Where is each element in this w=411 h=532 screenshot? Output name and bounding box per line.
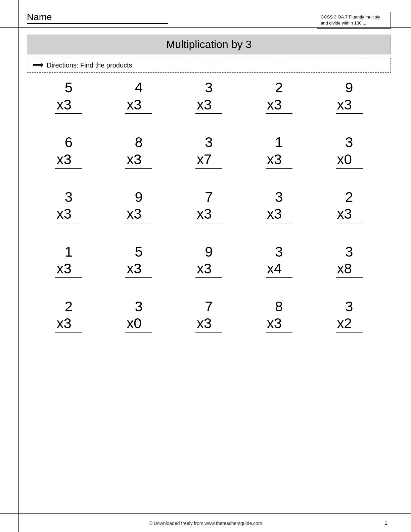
multiplicand: 3 [205,79,213,96]
problem-5-2: 3 x0 [112,298,166,333]
multiplicand: 9 [205,243,213,260]
multiplicand: 3 [205,134,213,151]
multiplier: x3 [336,96,363,114]
multiplicand: 1 [275,134,283,151]
multiplier: x3 [55,206,82,223]
problem-3-3: 7 x3 [182,189,236,223]
border-left [18,0,19,532]
problem-1-5: 9 x3 [322,79,376,114]
problem-2-2: 8 x3 [112,134,166,169]
problem-4-3: 9 x3 [182,243,236,278]
arrow-icon: ⟹ [33,61,43,70]
multiplicand: 1 [65,243,73,260]
problem-1-1: 5 x3 [42,79,95,114]
problem-4-2: 5 x3 [112,243,166,278]
problem-5-3: 7 x3 [182,298,236,333]
problem-3-1: 3 x3 [42,189,95,223]
worksheet-title: Multiplication by 3 [27,35,391,54]
multiplier: x3 [55,151,82,169]
multiplier: x3 [266,315,292,332]
multiplicand: 2 [275,79,283,96]
multiplicand: 3 [65,189,73,206]
multiplier: x3 [125,96,152,114]
multiplier: x3 [125,260,152,278]
ccss-standard: CCSS 3.OA.7 Fluently multiply and divide… [317,12,391,29]
problems-row-1: 5 x3 4 x3 3 x3 2 x3 9 x3 [34,79,384,114]
multiplicand: 7 [205,298,213,315]
multiplicand: 3 [345,134,353,151]
page-number: 1 [384,520,387,526]
problem-3-5: 2 x3 [322,189,376,223]
multiplier: x7 [195,151,222,169]
header: Name CCSS 3.OA.7 Fluently multiply and d… [27,10,391,29]
multiplier: x3 [55,260,82,278]
problem-2-1: 6 x3 [42,134,95,169]
problem-1-2: 4 x3 [112,79,166,114]
multiplicand: 4 [135,79,143,96]
worksheet-page: Name CCSS 3.OA.7 Fluently multiply and d… [0,0,411,532]
multiplier: x0 [125,315,152,332]
multiplier: x3 [266,151,292,169]
multiplicand: 3 [345,243,353,260]
border-bottom [0,513,411,514]
multiplier: x3 [195,260,222,278]
problem-3-2: 9 x3 [112,189,166,223]
multiplier: x3 [125,206,152,223]
multiplicand: 2 [345,189,353,206]
problem-1-4: 2 x3 [252,79,306,114]
directions-text: Directions: Find the products. [47,61,134,69]
border-top [0,27,411,28]
multiplicand: 2 [65,298,73,315]
problem-2-3: 3 x7 [182,134,236,169]
directions-box: ⟹ Directions: Find the products. [27,58,391,73]
multiplicand: 6 [65,134,73,151]
multiplier: x3 [55,315,82,332]
multiplier: x3 [336,206,363,223]
multiplier: x3 [266,96,292,114]
multiplicand: 3 [275,189,283,206]
multiplicand: 9 [135,189,143,206]
multiplicand: 3 [345,298,353,315]
problem-2-5: 3 x0 [322,134,376,169]
multiplicand: 9 [345,79,353,96]
problems-row-5: 2 x3 3 x0 7 x3 8 x3 3 x2 [34,298,384,333]
multiplier: x3 [195,206,222,223]
multiplier: x3 [195,96,222,114]
multiplicand: 7 [205,189,213,206]
problem-4-1: 1 x3 [42,243,95,278]
problem-4-4: 3 x4 [252,243,306,278]
multiplier: x4 [266,260,292,278]
problems-row-4: 1 x3 5 x3 9 x3 3 x4 3 x8 [34,243,384,278]
multiplier: x0 [336,151,363,169]
copyright-text: © Downloaded freely from www.theteachers… [149,521,262,526]
multiplicand: 3 [135,298,143,315]
multiplicand: 5 [135,243,143,260]
multiplier: x3 [266,206,292,223]
problems-section: 5 x3 4 x3 3 x3 2 x3 9 x3 6 [27,79,391,332]
problem-4-5: 3 x8 [322,243,376,278]
multiplier: x8 [336,260,363,278]
problem-3-4: 3 x3 [252,189,306,223]
multiplier: x2 [336,315,363,332]
problem-5-1: 2 x3 [42,298,95,333]
multiplier: x3 [55,96,82,114]
problem-2-4: 1 x3 [252,134,306,169]
problem-5-4: 8 x3 [252,298,306,333]
multiplier: x3 [125,151,152,169]
problem-1-3: 3 x3 [182,79,236,114]
footer: © Downloaded freely from www.theteachers… [0,521,411,526]
multiplicand: 3 [275,243,283,260]
problem-5-5: 3 x2 [322,298,376,333]
multiplier: x3 [195,315,222,332]
multiplicand: 5 [65,79,73,96]
problems-row-3: 3 x3 9 x3 7 x3 3 x3 2 x3 [34,189,384,223]
multiplicand: 8 [135,134,143,151]
name-label: Name [27,12,168,24]
multiplicand: 8 [275,298,283,315]
problems-row-2: 6 x3 8 x3 3 x7 1 x3 3 x0 [34,134,384,169]
